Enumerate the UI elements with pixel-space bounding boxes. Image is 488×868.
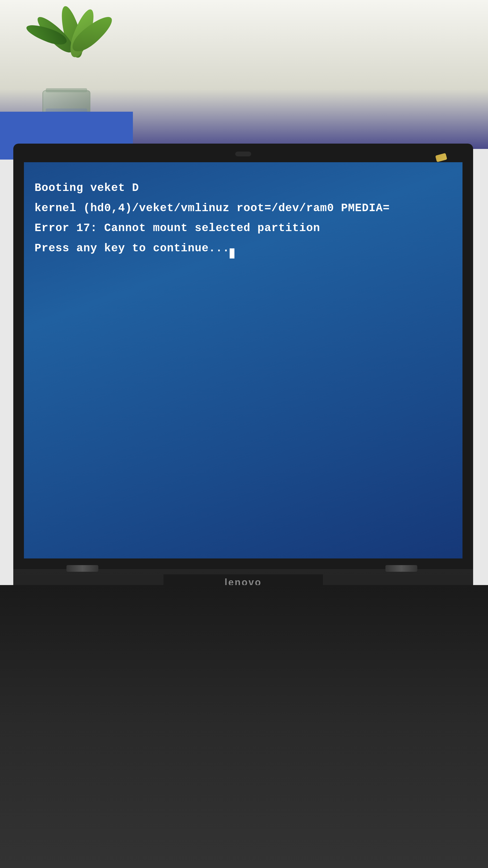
hinge-right [385, 565, 417, 572]
terminal-line-press: Press any key to continue... [35, 239, 390, 259]
camera-light-icon [435, 153, 447, 162]
hinge-left [66, 565, 98, 572]
terminal-output: Booting veket D kernel (hd0,4)/veket/vml… [35, 178, 390, 258]
cursor-blink [230, 248, 234, 258]
screen-bezel: Booting veket D kernel (hd0,4)/veket/vml… [13, 144, 473, 569]
terminal-line-error: Error 17: Cannot mount selected partitio… [35, 218, 390, 239]
terminal-line-kernel: kernel (hd0,4)/veket/vmlinuz root=/dev/r… [35, 198, 390, 219]
plant-leaves [32, 5, 106, 101]
webcam [235, 152, 251, 156]
desk-surface-bottom [0, 585, 488, 868]
terminal-line-booting: Booting veket D [35, 178, 390, 198]
screen-display: Booting veket D kernel (hd0,4)/veket/vml… [24, 162, 462, 558]
